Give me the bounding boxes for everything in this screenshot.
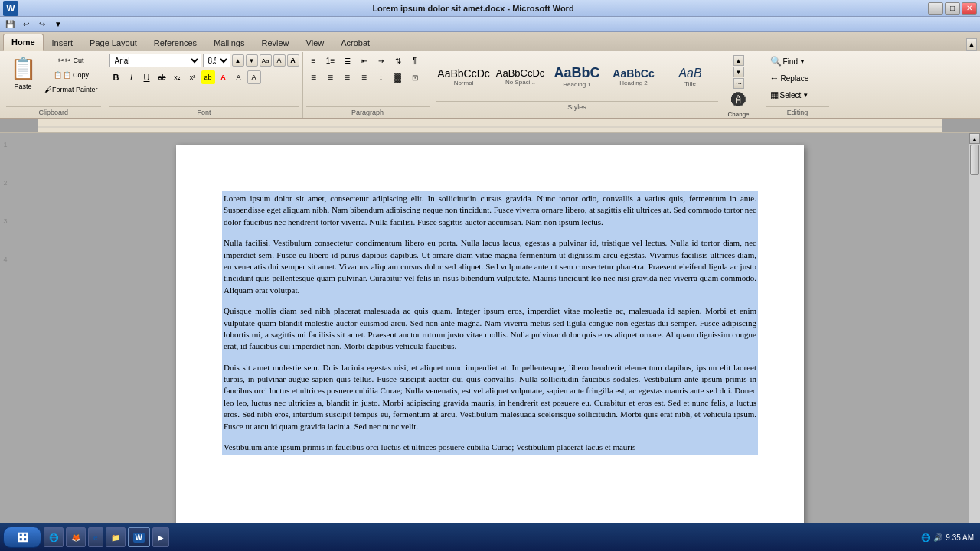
tab-acrobat[interactable]: Acrobat [332, 34, 378, 51]
ribbon-tab-row: Home Insert Page Layout References Maili… [0, 32, 980, 51]
styles-inner: AaBbCcDc Normal AaBbCcDc No Spaci... AaB… [436, 54, 718, 116]
doc-scroll-area[interactable]: Lorem ipsum dolor sit amet, consectetur … [11, 133, 969, 534]
tab-page-layout[interactable]: Page Layout [81, 34, 145, 51]
paragraph-row1: ≡ 1≡ ≣ ⇤ ⇥ ⇅ ¶ [306, 54, 423, 67]
style-normal[interactable]: AaBbCcDc Normal [436, 54, 492, 99]
line-numbers: 1 2 3 4 [3, 133, 7, 534]
font-color-btn[interactable]: A [217, 70, 230, 84]
taskbar-firefox[interactable]: 🦊 [66, 527, 86, 547]
subscript-button[interactable]: x₂ [171, 70, 185, 84]
taskbar-chrome[interactable]: 🌐 [44, 527, 64, 547]
style-heading1[interactable]: AaBbC Heading 1 [550, 54, 605, 99]
bullets-btn[interactable]: ≡ [306, 54, 322, 67]
style-normal-label: Normal [454, 80, 474, 86]
document-page: Lorem ipsum dolor sit amet, consectetur … [176, 145, 804, 528]
italic-button[interactable]: I [125, 70, 139, 84]
close-button[interactable]: ✕ [962, 2, 977, 15]
editing-controls: 🔍 Find ▼ ↔ Replace ▦ Select ▼ [766, 54, 829, 105]
select-button[interactable]: ▦ Select ▼ [766, 87, 813, 103]
strikethrough-button[interactable]: ab [155, 70, 169, 84]
styles-scroll-up[interactable]: ▲ [733, 55, 744, 66]
paste-label: Paste [14, 83, 31, 90]
font-shade-btn[interactable]: A [232, 70, 246, 84]
styles-group: AaBbCcDc Normal AaBbCcDc No Spaci... AaB… [433, 52, 763, 118]
decrease-indent-btn[interactable]: ⇤ [357, 54, 372, 67]
style-heading1-label: Heading 1 [563, 81, 590, 88]
align-center-btn[interactable]: ≡ [323, 70, 338, 84]
tab-view[interactable]: View [298, 34, 333, 51]
shading-btn[interactable]: ▓ [390, 70, 406, 84]
minimize-button[interactable]: − [928, 2, 943, 15]
ribbon-collapse-btn[interactable]: ▲ [966, 38, 977, 51]
style-heading2[interactable]: AaBbCc Heading 2 [606, 54, 662, 99]
format-painter-button[interactable]: 🖌 Format Painter [41, 83, 101, 96]
font-size-select[interactable]: 8.5 [203, 54, 230, 67]
cut-button[interactable]: ✂ ✂ Cut [41, 54, 101, 67]
font-border-btn[interactable]: A [247, 70, 261, 84]
tab-home[interactable]: Home [3, 34, 44, 51]
replace-label: Replace [781, 74, 809, 83]
redo-quick-btn[interactable]: ↪ [35, 18, 49, 31]
show-marks-btn[interactable]: ¶ [407, 54, 423, 67]
tab-mailings[interactable]: Mailings [205, 34, 253, 51]
styles-nav-area: ▲ ▼ ⋯ 🅐 ChangeStyles ▼ [718, 54, 760, 116]
change-styles-icon: 🅐 [731, 92, 746, 109]
start-button[interactable]: ⊞ [3, 527, 41, 548]
change-case-btn[interactable]: Aa [260, 54, 272, 67]
bold-button[interactable]: B [109, 70, 123, 84]
paste-button[interactable]: 📋 Paste [6, 54, 40, 93]
style-nospacing[interactable]: AaBbCcDc No Spaci... [493, 54, 548, 99]
font-name-select[interactable]: Arial [109, 54, 201, 67]
time-display: 9:35 AM [946, 533, 974, 542]
line-num-2: 2 [3, 179, 7, 187]
paragraph-group: ≡ 1≡ ≣ ⇤ ⇥ ⇅ ¶ ≡ ≡ ≡ ≡ ↕ ▓ ⊡ P [303, 52, 433, 118]
shrink-font-btn[interactable]: ▼ [246, 54, 258, 67]
document-text: Lorem ipsum dolor sit amet, consectetur … [222, 191, 758, 455]
line-num-4: 4 [3, 256, 7, 263]
customize-quick-access[interactable]: ▼ [51, 18, 65, 31]
align-right-btn[interactable]: ≡ [340, 70, 355, 84]
style-title[interactable]: AaB Title [663, 54, 718, 99]
underline-button[interactable]: U [140, 70, 154, 84]
doc-para-1: Lorem ipsum dolor sit amet, consectetur … [224, 193, 756, 228]
numbering-btn[interactable]: 1≡ [323, 54, 338, 67]
select-icon: ▦ [770, 90, 779, 100]
taskbar-ie[interactable]: e [88, 527, 103, 547]
firefox-icon: 🦊 [71, 533, 80, 542]
highlight-btn[interactable]: ab [201, 70, 215, 84]
find-button[interactable]: 🔍 Find ▼ [766, 54, 809, 69]
styles-nav: ▲ ▼ ⋯ [733, 55, 744, 89]
superscript-button[interactable]: x² [186, 70, 200, 84]
scroll-up-btn[interactable]: ▲ [969, 133, 980, 144]
justify-btn[interactable]: ≡ [357, 70, 372, 84]
line-spacing-btn[interactable]: ↕ [374, 70, 389, 84]
paste-icon: 📋 [10, 56, 37, 81]
ribbon-content: 📋 Paste ✂ ✂ Cut 📋 📋 Copy 🖌 Format Painte… [0, 51, 980, 118]
taskbar-files[interactable]: 📁 [106, 527, 126, 547]
tab-review[interactable]: Review [253, 34, 297, 51]
taskbar-media[interactable]: ▶ [152, 527, 169, 547]
scroll-thumb[interactable] [970, 145, 979, 175]
multilevel-btn[interactable]: ≣ [340, 54, 355, 67]
grow-font-btn[interactable]: ▲ [232, 54, 244, 67]
scroll-track[interactable] [969, 144, 980, 523]
font-label: Font [109, 106, 299, 116]
ruler [0, 119, 980, 133]
save-quick-btn[interactable]: 💾 [3, 18, 17, 31]
sort-btn[interactable]: ⇅ [390, 54, 406, 67]
styles-scroll-down[interactable]: ▼ [733, 67, 744, 77]
main-content: 1 2 3 4 Lorem ipsum dolor sit amet, cons… [0, 133, 980, 534]
styles-expand[interactable]: ⋯ [733, 78, 744, 89]
increase-indent-btn[interactable]: ⇥ [374, 54, 389, 67]
replace-button[interactable]: ↔ Replace [766, 70, 813, 86]
tab-references[interactable]: References [145, 34, 205, 51]
tab-insert[interactable]: Insert [44, 34, 82, 51]
text-effects-btn[interactable]: A [287, 54, 299, 67]
copy-button[interactable]: 📋 📋 Copy [41, 68, 101, 82]
maximize-button[interactable]: □ [945, 2, 960, 15]
clear-format-btn[interactable]: A [273, 54, 286, 67]
borders-btn[interactable]: ⊡ [407, 70, 423, 84]
undo-quick-btn[interactable]: ↩ [19, 18, 33, 31]
taskbar-word[interactable]: W [128, 527, 150, 547]
align-left-btn[interactable]: ≡ [306, 70, 322, 84]
